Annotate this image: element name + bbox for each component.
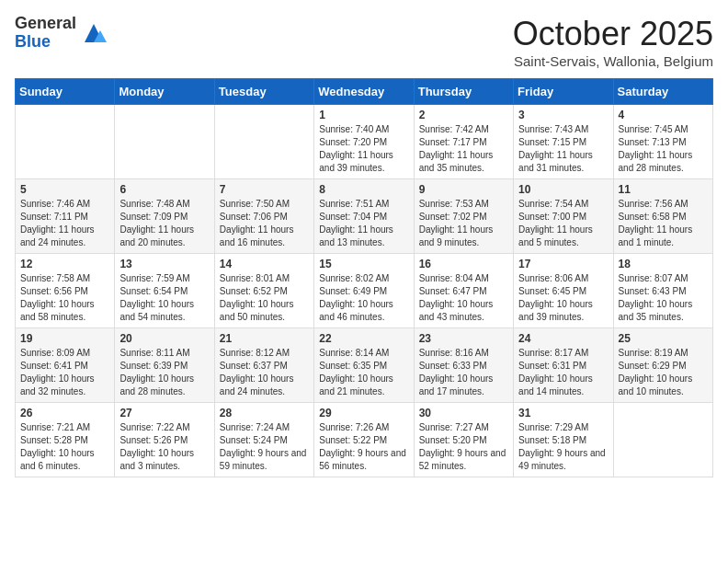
day-info: Sunrise: 8:02 AMSunset: 6:49 PMDaylight:… <box>319 272 408 324</box>
day-number: 12 <box>20 258 109 270</box>
calendar-cell: 14Sunrise: 8:01 AMSunset: 6:52 PMDayligh… <box>214 254 313 328</box>
calendar-cell: 1Sunrise: 7:40 AMSunset: 7:20 PMDaylight… <box>314 105 414 179</box>
day-info: Sunrise: 7:48 AMSunset: 7:09 PMDaylight:… <box>119 198 209 249</box>
day-number: 6 <box>119 183 209 196</box>
day-info: Sunrise: 7:45 AMSunset: 7:13 PMDaylight:… <box>619 123 708 175</box>
day-number: 23 <box>419 332 508 345</box>
weekday-header-friday: Friday <box>514 79 613 105</box>
day-number: 7 <box>220 183 309 196</box>
day-number: 24 <box>518 332 608 345</box>
day-info: Sunrise: 7:46 AMSunset: 7:11 PMDaylight:… <box>20 198 109 249</box>
calendar-cell: 3Sunrise: 7:43 AMSunset: 7:15 PMDaylight… <box>514 105 613 179</box>
calendar-cell: 28Sunrise: 7:24 AMSunset: 5:24 PMDayligh… <box>214 403 313 477</box>
day-info: Sunrise: 7:50 AMSunset: 7:06 PMDaylight:… <box>220 198 309 249</box>
calendar-cell: 17Sunrise: 8:06 AMSunset: 6:45 PMDayligh… <box>514 254 613 328</box>
calendar-cell: 29Sunrise: 7:26 AMSunset: 5:22 PMDayligh… <box>314 403 414 477</box>
calendar-cell: 24Sunrise: 8:17 AMSunset: 6:31 PMDayligh… <box>514 328 613 403</box>
calendar-week-1: 1Sunrise: 7:40 AMSunset: 7:20 PMDaylight… <box>16 105 713 179</box>
weekday-header-thursday: Thursday <box>414 79 513 105</box>
day-info: Sunrise: 8:19 AMSunset: 6:29 PMDaylight:… <box>619 347 708 398</box>
logo: General Blue <box>15 15 108 52</box>
day-info: Sunrise: 7:42 AMSunset: 7:17 PMDaylight:… <box>419 123 508 175</box>
day-number: 3 <box>518 109 608 121</box>
day-number: 14 <box>220 258 309 270</box>
day-info: Sunrise: 7:40 AMSunset: 7:20 PMDaylight:… <box>319 123 408 175</box>
day-info: Sunrise: 7:59 AMSunset: 6:54 PMDaylight:… <box>119 272 209 324</box>
weekday-header-monday: Monday <box>115 79 214 105</box>
calendar-cell: 21Sunrise: 8:12 AMSunset: 6:37 PMDayligh… <box>214 328 313 403</box>
calendar-cell: 9Sunrise: 7:53 AMSunset: 7:02 PMDaylight… <box>414 179 513 254</box>
weekday-header-tuesday: Tuesday <box>214 79 313 105</box>
day-number: 1 <box>319 109 408 121</box>
day-number: 5 <box>20 183 109 196</box>
calendar-cell <box>16 105 115 179</box>
day-number: 31 <box>518 407 608 419</box>
day-number: 16 <box>419 258 508 270</box>
day-info: Sunrise: 7:43 AMSunset: 7:15 PMDaylight:… <box>518 123 608 175</box>
calendar-cell: 4Sunrise: 7:45 AMSunset: 7:13 PMDaylight… <box>613 105 712 179</box>
day-number: 13 <box>119 258 209 270</box>
day-info: Sunrise: 8:04 AMSunset: 6:47 PMDaylight:… <box>419 272 508 324</box>
calendar-cell: 25Sunrise: 8:19 AMSunset: 6:29 PMDayligh… <box>613 328 712 403</box>
day-info: Sunrise: 8:11 AMSunset: 6:39 PMDaylight:… <box>119 347 209 398</box>
calendar-cell: 30Sunrise: 7:27 AMSunset: 5:20 PMDayligh… <box>414 403 513 477</box>
day-info: Sunrise: 7:53 AMSunset: 7:02 PMDaylight:… <box>419 198 508 249</box>
calendar-cell: 7Sunrise: 7:50 AMSunset: 7:06 PMDaylight… <box>214 179 313 254</box>
day-info: Sunrise: 7:27 AMSunset: 5:20 PMDaylight:… <box>419 421 508 473</box>
day-number: 19 <box>20 332 109 345</box>
day-number: 28 <box>220 407 309 419</box>
calendar-cell: 10Sunrise: 7:54 AMSunset: 7:00 PMDayligh… <box>514 179 613 254</box>
day-info: Sunrise: 7:56 AMSunset: 6:58 PMDaylight:… <box>619 198 708 249</box>
calendar-week-2: 5Sunrise: 7:46 AMSunset: 7:11 PMDaylight… <box>16 179 713 254</box>
day-number: 9 <box>419 183 508 196</box>
day-number: 29 <box>319 407 408 419</box>
day-info: Sunrise: 7:54 AMSunset: 7:00 PMDaylight:… <box>518 198 608 249</box>
page-header: General Blue October 2025 Saint-Servais,… <box>15 15 713 69</box>
day-info: Sunrise: 7:24 AMSunset: 5:24 PMDaylight:… <box>220 421 309 473</box>
day-info: Sunrise: 8:01 AMSunset: 6:52 PMDaylight:… <box>220 272 309 324</box>
calendar-cell: 5Sunrise: 7:46 AMSunset: 7:11 PMDaylight… <box>16 179 115 254</box>
calendar-cell: 8Sunrise: 7:51 AMSunset: 7:04 PMDaylight… <box>314 179 414 254</box>
calendar-week-3: 12Sunrise: 7:58 AMSunset: 6:56 PMDayligh… <box>16 254 713 328</box>
day-number: 17 <box>518 258 608 270</box>
day-number: 30 <box>419 407 508 419</box>
day-info: Sunrise: 7:26 AMSunset: 5:22 PMDaylight:… <box>319 421 408 473</box>
weekday-header-saturday: Saturday <box>613 79 712 105</box>
day-info: Sunrise: 8:09 AMSunset: 6:41 PMDaylight:… <box>20 347 109 398</box>
calendar-header-row: SundayMondayTuesdayWednesdayThursdayFrid… <box>16 79 713 105</box>
title-section: October 2025 Saint-Servais, Wallonia, Be… <box>513 15 713 69</box>
calendar-cell: 31Sunrise: 7:29 AMSunset: 5:18 PMDayligh… <box>514 403 613 477</box>
day-number: 8 <box>319 183 408 196</box>
calendar-table: SundayMondayTuesdayWednesdayThursdayFrid… <box>15 78 713 477</box>
calendar-cell: 12Sunrise: 7:58 AMSunset: 6:56 PMDayligh… <box>16 254 115 328</box>
calendar-cell <box>115 105 214 179</box>
calendar-cell: 19Sunrise: 8:09 AMSunset: 6:41 PMDayligh… <box>16 328 115 403</box>
day-info: Sunrise: 8:06 AMSunset: 6:45 PMDaylight:… <box>518 272 608 324</box>
calendar-cell: 13Sunrise: 7:59 AMSunset: 6:54 PMDayligh… <box>115 254 214 328</box>
calendar-cell: 11Sunrise: 7:56 AMSunset: 6:58 PMDayligh… <box>613 179 712 254</box>
calendar-cell: 18Sunrise: 8:07 AMSunset: 6:43 PMDayligh… <box>613 254 712 328</box>
day-number: 10 <box>518 183 608 196</box>
day-info: Sunrise: 7:51 AMSunset: 7:04 PMDaylight:… <box>319 198 408 249</box>
weekday-header-wednesday: Wednesday <box>314 79 414 105</box>
day-number: 18 <box>619 258 708 270</box>
day-info: Sunrise: 8:16 AMSunset: 6:33 PMDaylight:… <box>419 347 508 398</box>
day-info: Sunrise: 7:22 AMSunset: 5:26 PMDaylight:… <box>119 421 209 473</box>
day-info: Sunrise: 7:21 AMSunset: 5:28 PMDaylight:… <box>20 421 109 473</box>
day-number: 26 <box>20 407 109 419</box>
calendar-cell: 22Sunrise: 8:14 AMSunset: 6:35 PMDayligh… <box>314 328 414 403</box>
day-number: 11 <box>619 183 708 196</box>
calendar-cell <box>613 403 712 477</box>
calendar-cell: 27Sunrise: 7:22 AMSunset: 5:26 PMDayligh… <box>115 403 214 477</box>
calendar-cell: 6Sunrise: 7:48 AMSunset: 7:09 PMDaylight… <box>115 179 214 254</box>
calendar-cell: 20Sunrise: 8:11 AMSunset: 6:39 PMDayligh… <box>115 328 214 403</box>
calendar-week-4: 19Sunrise: 8:09 AMSunset: 6:41 PMDayligh… <box>16 328 713 403</box>
weekday-header-sunday: Sunday <box>16 79 115 105</box>
day-number: 15 <box>319 258 408 270</box>
day-number: 2 <box>419 109 508 121</box>
day-number: 27 <box>119 407 209 419</box>
calendar-cell: 2Sunrise: 7:42 AMSunset: 7:17 PMDaylight… <box>414 105 513 179</box>
day-info: Sunrise: 7:58 AMSunset: 6:56 PMDaylight:… <box>20 272 109 324</box>
day-info: Sunrise: 8:12 AMSunset: 6:37 PMDaylight:… <box>220 347 309 398</box>
logo-general: General <box>15 15 76 33</box>
